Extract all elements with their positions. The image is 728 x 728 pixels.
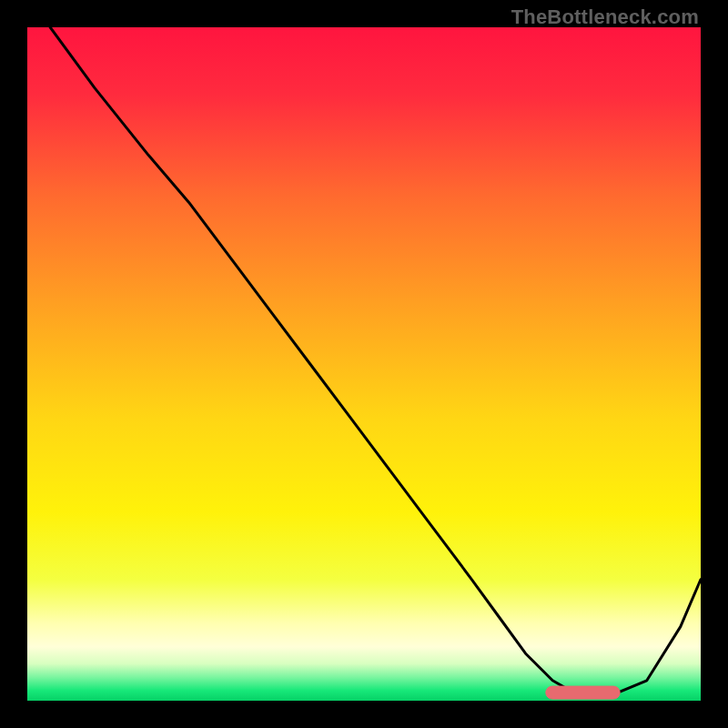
bottleneck-chart [27, 27, 701, 701]
optimal-range-marker [546, 686, 620, 699]
watermark-text: TheBottleneck.com [511, 5, 699, 29]
chart-frame [27, 27, 701, 701]
